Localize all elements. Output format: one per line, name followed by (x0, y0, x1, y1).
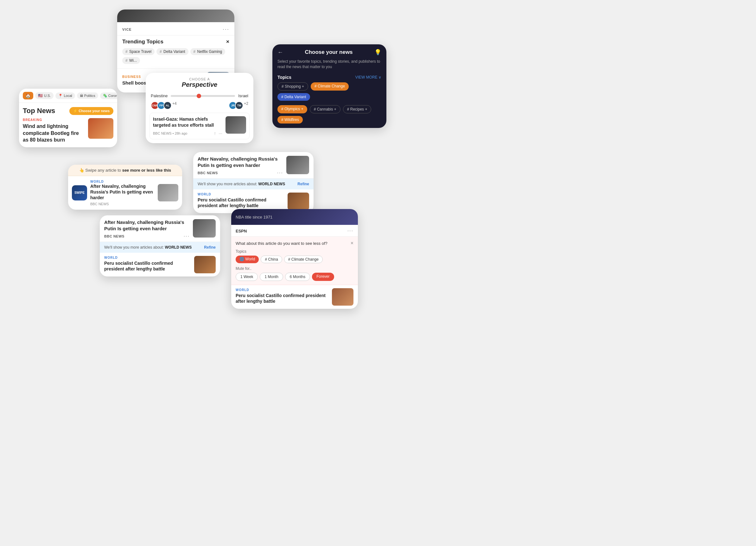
nba-title-text: NBA title since 1971 (236, 215, 272, 219)
mute-1month[interactable]: 1 Month (260, 273, 283, 281)
refine-btn[interactable]: Refine (297, 182, 309, 186)
espn-world-headline: Peru socialist Castillo confirmed presid… (236, 293, 329, 304)
perspective-article-text: Israel-Gaza: Hamas chiefs targeted as tr… (153, 116, 222, 136)
espn-source-label: ESPN (236, 229, 247, 233)
tab-us[interactable]: 🇺🇸 U.S. (35, 92, 54, 99)
perspective-thumb (226, 116, 246, 134)
swipe-hint: 👆 Swipe any article to see more or less … (68, 165, 182, 176)
top-news-headline: Wind and lightning complicate Bootleg fi… (23, 123, 85, 143)
mute-1week[interactable]: 1 Week (236, 273, 258, 281)
trending-tags-container: # Space Travel # Delta Variant # Netflix… (122, 48, 229, 64)
espn-dots[interactable]: ··· (347, 228, 353, 234)
perspective-source-row: BBC NEWS • 28h ago ↑ ··· (153, 131, 222, 136)
tag-climate[interactable]: # Climate Change (284, 256, 323, 263)
tag-wildfires[interactable]: # Wildfires (277, 116, 303, 124)
tab-local[interactable]: 📍 Local (55, 92, 75, 99)
left-sources: CNN FP AL +4 (151, 101, 177, 110)
navalny-source: BBC NEWS (198, 171, 218, 175)
mute-label: Mute for.. (236, 266, 353, 271)
espn-bottom-article[interactable]: WORLD Peru socialist Castillo confirmed … (231, 285, 358, 309)
tag-recipes[interactable]: # Recipes + (343, 105, 372, 113)
tab-coronavirus[interactable]: 🦠 Coronavirus (100, 92, 117, 99)
tag-world[interactable]: 🌐 World (236, 256, 259, 263)
navalny2-text: After Navalny, challenging Russia's Puti… (104, 219, 190, 239)
topics-tags-row2: # Olympics + # Cannabis + # Recipes + # … (272, 105, 386, 128)
swipe-icon: SWIPE (72, 185, 87, 200)
tag-wi[interactable]: # Wi... (122, 57, 140, 64)
perspective-sources: CNN FP AL +4 JR TM +2 (146, 100, 253, 113)
tag-delta-variant[interactable]: # Delta Variant (156, 48, 188, 55)
espn-header-row: ESPN ··· (231, 225, 358, 237)
world-thumb (288, 193, 309, 210)
tag-space-travel[interactable]: # Space Travel (122, 48, 155, 55)
choose-news-header: ← Choose your news 💡 (272, 44, 386, 59)
navalny-dots[interactable]: ··· (277, 170, 283, 176)
tag-delta-variant[interactable]: # Delta Variant (277, 93, 310, 101)
topics-label-small: Topics (236, 249, 353, 254)
navalny-article[interactable]: After Navalny, challenging Russia's Puti… (193, 152, 314, 179)
vice-top-image (117, 10, 234, 22)
navalny-right-card: After Navalny, challenging Russia's Puti… (193, 152, 314, 213)
source-icon-5: TM (235, 101, 243, 110)
perspective-article[interactable]: Israel-Gaza: Hamas chiefs targeted as tr… (149, 113, 250, 139)
world2-thumb (194, 256, 216, 273)
see-less-close-btn[interactable]: × (351, 240, 353, 246)
world2-article[interactable]: WORLD Peru socialist Castillo confirmed … (100, 253, 220, 276)
perspective-actions: ↑ ··· (214, 131, 222, 136)
left-count: +4 (172, 101, 177, 110)
world-category: WORLD (198, 193, 284, 196)
world2-category: WORLD (104, 256, 191, 259)
top-news-title: Top News (23, 107, 55, 115)
navalny2-card: After Navalny, challenging Russia's Puti… (100, 215, 220, 276)
navalny-headline: After Navalny, challenging Russia's Puti… (198, 156, 283, 168)
top-news-nav: 🏠 🇺🇸 U.S. 📍 Local 🏛 Politics 🦠 Coronavir… (19, 89, 117, 103)
view-more-btn[interactable]: VIEW MORE ∨ (355, 75, 381, 79)
topics-label: Topics (277, 75, 291, 80)
see-less-tags: 🌐 World # China # Climate Change (236, 256, 353, 263)
perspective-source: BBC NEWS • 28h ago (153, 131, 187, 135)
breaking-label: BREAKING (23, 118, 85, 122)
see-less-panel: What about this article do you want to s… (231, 237, 358, 285)
trending-close-btn[interactable]: × (226, 39, 229, 45)
tag-china[interactable]: # China (261, 256, 282, 263)
tab-politics[interactable]: 🏛 Politics (77, 92, 98, 99)
more-icon[interactable]: ··· (219, 131, 222, 136)
tag-climate-change[interactable]: # Climate Change (311, 82, 349, 91)
tag-netflix-gaming[interactable]: # Netflix Gaming (190, 48, 226, 55)
navalny2-dots[interactable]: ··· (184, 233, 190, 239)
world-article-text: WORLD Peru socialist Castillo confirmed … (198, 193, 284, 208)
perspective-card: CHOOSE A Perspective Palestine Israel CN… (146, 73, 253, 143)
world-news-banner2: We'll show you more articles about: WORL… (100, 242, 220, 253)
choose-back-btn[interactable]: ← (277, 49, 283, 56)
navalny2-article[interactable]: After Navalny, challenging Russia's Puti… (100, 215, 220, 242)
topics-tags-row1: # Shopping + # Climate Change # Delta Va… (272, 82, 386, 105)
trending-title: Trending Topics (122, 39, 163, 45)
swipe-headline: After Navalny, challenging Russia's Puti… (90, 183, 155, 201)
navalny2-source-row: BBC NEWS ··· (104, 233, 190, 239)
right-sources: JR TM +2 (229, 101, 248, 110)
source-icon-3: AL (163, 101, 172, 110)
swipe-article[interactable]: SWIPE WORLD After Navalny, challenging R… (68, 176, 182, 210)
top-news-card: 🏠 🇺🇸 U.S. 📍 Local 🏛 Politics 🦠 Coronavir… (19, 89, 117, 147)
perspective-slider[interactable] (171, 95, 235, 97)
navalny-thumb (286, 156, 309, 174)
share-icon[interactable]: ↑ (214, 131, 216, 136)
refine2-btn[interactable]: Refine (204, 245, 216, 250)
breaking-article[interactable]: BREAKING Wind and lightning complicate B… (23, 118, 113, 143)
tag-shopping[interactable]: # Shopping + (277, 82, 308, 91)
choose-news-btn[interactable]: ⚡ Choose your news (69, 107, 113, 115)
see-less-header: What about this article do you want to s… (236, 240, 353, 246)
topics-section-row: Topics VIEW MORE ∨ (272, 73, 386, 82)
choose-news-subtitle: Select your favorite topics, trending st… (272, 59, 386, 73)
breaking-article-text: BREAKING Wind and lightning complicate B… (23, 118, 85, 143)
tag-olympics[interactable]: # Olympics + (277, 105, 307, 113)
home-nav-btn[interactable]: 🏠 (23, 92, 33, 99)
trending-panel: Trending Topics × # Space Travel # Delta… (117, 35, 234, 68)
perspective-dot (197, 94, 201, 98)
top-news-body: Top News ⚡ Choose your news BREAKING Win… (19, 103, 117, 147)
mute-6months[interactable]: 6 Months (285, 273, 310, 281)
vice-menu-dots[interactable]: ··· (223, 26, 229, 33)
tag-cannabis[interactable]: # Cannabis + (310, 105, 340, 113)
espn-world-category: WORLD (236, 288, 329, 292)
mute-forever[interactable]: Forever (312, 273, 334, 281)
